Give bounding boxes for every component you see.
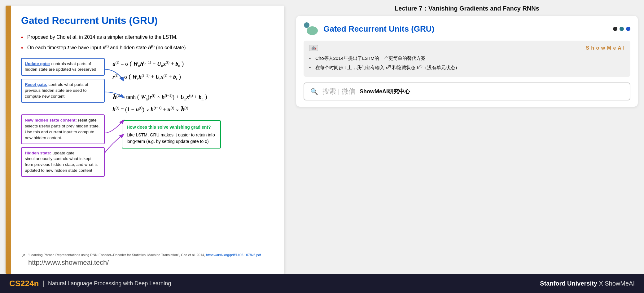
slide-title: Gated Recurrent Units (GRU): [21, 15, 274, 26]
annotation-new-hidden: New hidden state content: reset gate sel…: [21, 114, 105, 144]
slide-panel: Gated Recurrent Units (GRU) Proposed by …: [6, 6, 284, 274]
bottom-right: Stanford University X ShowMeAI: [540, 280, 635, 287]
annotation-spacer: [21, 106, 105, 111]
bottom-course: CS224n: [9, 279, 39, 288]
bottom-left: CS224n | Natural Language Processing wit…: [9, 279, 171, 288]
showmeai-box: 🤖 S h o w M e A I Cho等人2014年提出了LSTM的一个更简…: [304, 41, 630, 77]
annotation-new-hidden-title: New hidden state content:: [25, 118, 77, 122]
annotation-reset-gate: Reset gate: controls what parts of previ…: [21, 79, 105, 103]
green-box-text: Like LSTM, GRU makes it easier to retain…: [127, 132, 216, 145]
showmeai-bullets: Cho等人2014年提出了LSTM的一个更简单的替代方案 在每个时间步 t 上，…: [309, 54, 625, 71]
slide-reference: ↗ "Learning Phrase Representations using…: [21, 253, 278, 268]
reference-icon: ↗: [21, 252, 26, 259]
right-card-title: Gated Recurrent Units (GRU): [323, 24, 434, 34]
right-card: Gated Recurrent Units (GRU) 🤖 S h o w M …: [296, 16, 638, 107]
showmeai-bullet-2: 在每个时间步 t 上，我们都有输入 x(t) 和隐藏状态 h(t)（没有单元状态…: [309, 64, 625, 72]
bullet-1: Proposed by Cho et al. in 2014 as a simp…: [21, 33, 274, 41]
search-divider: 搜索 | 微信: [322, 87, 355, 96]
green-box: How does this solve vanishing gradient? …: [122, 120, 221, 149]
annotation-reset-gate-title: Reset gate:: [25, 82, 47, 87]
bottom-bar: CS224n | Natural Language Processing wit…: [0, 274, 644, 293]
stanford-text: Stanford University: [540, 280, 597, 287]
card-icon: [304, 22, 320, 36]
bottom-description: Natural Language Processing with Deep Le…: [48, 280, 171, 287]
right-panel: Lecture 7：Vanishing Gradients and Fancy …: [290, 0, 644, 274]
dot-dark: [613, 27, 617, 31]
equation-4: h(t) = (1 − u(t)) ∘ h(t−1) + u(t) ∘ h̃(t…: [112, 106, 188, 113]
showmeai-brand: S h o w M e A I: [586, 45, 625, 51]
lecture-title: Lecture 7：Vanishing Gradients and Fancy …: [296, 0, 638, 16]
reference-text: "Learning Phrase Representations using R…: [28, 253, 261, 268]
dot-teal: [620, 27, 624, 31]
slide-left-bar: [6, 6, 11, 274]
annotation-update-gate-title: Update gate:: [25, 61, 50, 66]
right-card-header: Gated Recurrent Units (GRU): [304, 22, 630, 36]
showmeai-header: 🤖 S h o w M e A I: [309, 45, 625, 51]
showmeai-footer: ShowMeAI: [605, 280, 635, 287]
svg-point-0: [304, 22, 309, 28]
equation-2: r(t) = σ ( Wrh(t−1) + Urx(t) + br ): [112, 73, 181, 82]
x-separator: X: [599, 280, 605, 287]
bullet-2: On each timestep t we have input x(t) an…: [21, 44, 274, 52]
green-box-title: How does this solve vanishing gradient?: [127, 124, 216, 131]
annotation-hidden-state: Hidden state: update gate simultaneously…: [21, 147, 105, 177]
equation-3: h̃(t) = tanh ( Wh(r(t) ∘ h(t−1)) + Uhx(t…: [112, 93, 207, 102]
equations: u(t) = σ ( Wuh(t−1) + Uux(t) + bu ) r(t)…: [109, 58, 274, 118]
annotation-column: Update gate: controls what parts of hidd…: [21, 58, 105, 177]
search-bar[interactable]: 🔍 搜索 | 微信 ShowMeAI研究中心: [304, 82, 630, 100]
middle-section: Update gate: controls what parts of hidd…: [21, 58, 274, 177]
svg-point-1: [307, 26, 318, 35]
search-icon: 🔍: [310, 88, 318, 95]
ref-link[interactable]: https://arxiv.org/pdf/1406.1078v3.pdf: [206, 253, 261, 257]
showmeai-bullet-1: Cho等人2014年提出了LSTM的一个更简单的替代方案: [309, 54, 625, 62]
annotation-hidden-state-title: Hidden state:: [25, 151, 51, 155]
search-text: ShowMeAI研究中心: [360, 88, 410, 95]
slide-bullets: Proposed by Cho et al. in 2014 as a simp…: [21, 33, 274, 52]
bottom-separator: |: [42, 279, 44, 287]
ref-citation: "Learning Phrase Representations using R…: [28, 253, 205, 257]
ai-badge: 🤖: [309, 45, 318, 51]
dot-blue: [626, 27, 630, 31]
card-dots: [613, 27, 630, 31]
equation-1: u(t) = σ ( Wuh(t−1) + Uux(t) + bu ): [112, 60, 184, 69]
annotation-update-gate: Update gate: controls what parts of hidd…: [21, 58, 105, 76]
equations-column: u(t) = σ ( Wuh(t−1) + Uux(t) + bu ) r(t)…: [105, 58, 274, 177]
ref-url[interactable]: http://www.showmeai.tech/: [28, 258, 261, 268]
